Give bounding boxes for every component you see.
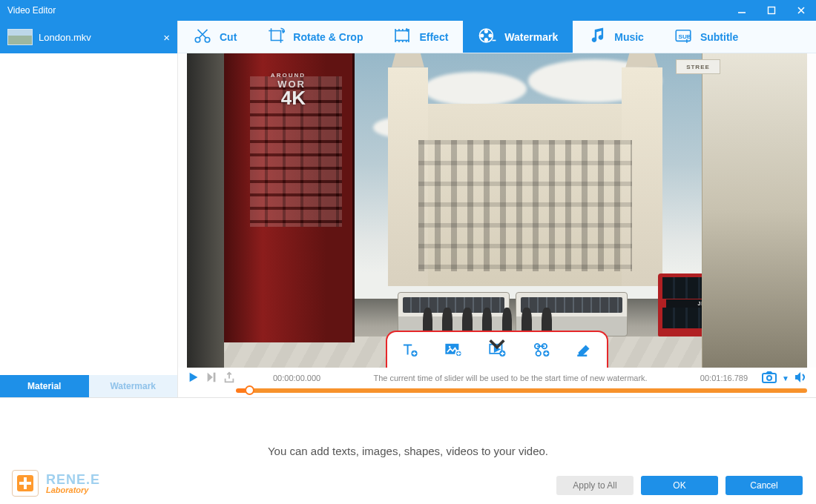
subtitle-icon: SUB [674, 26, 693, 47]
svg-point-6 [485, 39, 488, 42]
video-frame: JD UNDISPUTED STREE AROUND WOR 4K [187, 53, 807, 368]
svg-rect-22 [214, 373, 216, 382]
svg-rect-23 [763, 374, 776, 382]
brand-badge: RENE.E Laboratory [12, 470, 100, 497]
sidebar-bottom-tabs: Material Watermark [0, 375, 177, 397]
svg-rect-3 [396, 31, 409, 41]
minimize-button[interactable] [727, 0, 757, 21]
file-thumbnail [7, 29, 33, 45]
bottom-pane: You can add texts, images, shapes, video… [0, 397, 816, 504]
tab-music[interactable]: Music [573, 21, 659, 53]
svg-point-5 [485, 30, 488, 33]
file-name: London.mkv [39, 32, 91, 43]
title-bar: Video Editor [0, 0, 816, 21]
watermark-tool-popup [386, 331, 608, 368]
crop-rotate-icon [266, 26, 286, 47]
svg-rect-0 [769, 7, 775, 14]
cancel-button[interactable]: Cancel [725, 476, 803, 495]
window-title: Video Editor [7, 5, 727, 16]
add-shape-watermark-button[interactable] [530, 339, 552, 361]
chevron-down-icon[interactable] [487, 334, 507, 356]
scissors-icon [193, 26, 212, 47]
export-frame-button[interactable] [223, 371, 236, 385]
svg-point-13 [449, 346, 451, 348]
watermark-reel-icon [478, 26, 497, 47]
close-file-icon[interactable]: × [163, 31, 170, 44]
slider-hint-text: The current time of slider will be used … [326, 374, 694, 382]
svg-point-19 [536, 351, 542, 357]
content-pane: Cut Rotate & Crop [178, 21, 816, 397]
tab-watermark[interactable]: Watermark [463, 21, 573, 53]
timeline-knob[interactable] [245, 385, 254, 395]
play-button[interactable] [187, 371, 200, 385]
open-file-tab[interactable]: London.mkv × [0, 21, 177, 53]
add-text-watermark-button[interactable] [398, 339, 421, 361]
svg-point-8 [490, 34, 493, 37]
tab-effect[interactable]: Effect [378, 21, 463, 53]
playback-bar: 00:00:00.000 The current time of slider … [178, 368, 816, 388]
add-image-watermark-button[interactable] [442, 339, 464, 361]
editor-tab-bar: Cut Rotate & Crop [178, 21, 816, 53]
preview-area: JD UNDISPUTED STREE AROUND WOR 4K [178, 53, 816, 368]
maximize-button[interactable] [757, 0, 786, 21]
volume-button[interactable] [794, 371, 807, 385]
tab-subtitle[interactable]: SUB Subtitle [659, 21, 753, 53]
close-button[interactable] [786, 0, 816, 21]
brand-logo-icon [12, 470, 39, 497]
time-current: 00:00:00.000 [273, 374, 320, 382]
tab-material[interactable]: Material [0, 375, 89, 397]
time-duration: 00:01:16.789 [700, 374, 748, 382]
svg-point-7 [481, 34, 484, 37]
step-button[interactable] [205, 371, 218, 385]
apply-to-all-button[interactable]: Apply to All [556, 476, 634, 495]
svg-point-24 [767, 376, 771, 380]
music-note-icon [588, 26, 607, 47]
street-sign: STREE [676, 59, 720, 74]
svg-rect-21 [578, 355, 588, 357]
svg-text:SUB: SUB [678, 33, 691, 40]
remove-watermark-button[interactable] [573, 339, 596, 361]
tab-watermark-list[interactable]: Watermark [89, 375, 178, 397]
tab-cut[interactable]: Cut [178, 21, 251, 53]
effect-filmstrip-icon [392, 26, 412, 47]
ok-button[interactable]: OK [641, 476, 718, 495]
video-preview[interactable]: JD UNDISPUTED STREE AROUND WOR 4K [187, 53, 807, 368]
timeline-slider[interactable] [236, 388, 807, 393]
sidebar: London.mkv × Material Watermark [0, 21, 178, 397]
tab-rotate-crop[interactable]: Rotate & Crop [251, 21, 378, 53]
video-corner-badge: AROUND WOR 4K [271, 72, 306, 106]
snapshot-dropdown-icon[interactable]: ▼ [782, 374, 789, 382]
snapshot-button[interactable] [761, 371, 777, 385]
